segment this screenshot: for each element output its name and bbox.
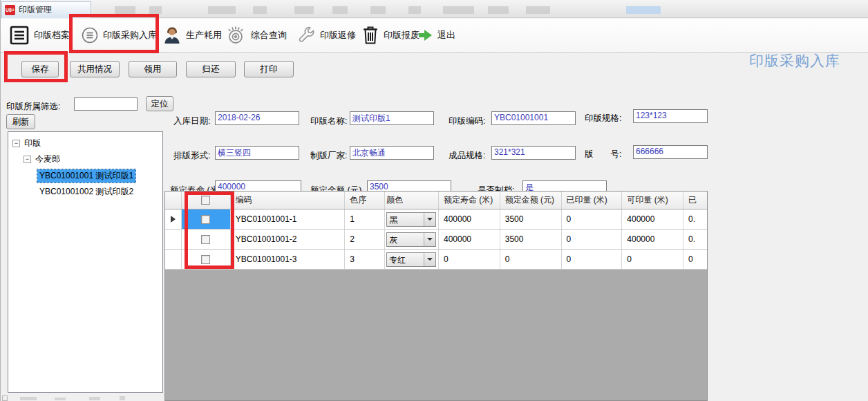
titlebar: U8+ 印版管理 (1, 0, 868, 18)
cell-cutoff: 0. (683, 209, 707, 229)
background-window-artifact (253, 6, 267, 14)
row-checkbox[interactable] (201, 255, 210, 264)
cell-rated-amount: 3500 (500, 230, 562, 249)
plate-number-label: 版 号: (585, 149, 621, 160)
borrow-button[interactable]: 领用 (129, 61, 177, 77)
cell-color-seq: 1 (345, 209, 385, 229)
cell-printable: 0 (622, 250, 683, 269)
toolbar-plate-repair-button[interactable]: 印版返修 (294, 21, 359, 50)
cell-cutoff: 0 (683, 250, 707, 269)
color-dropdown-value: 灰 (387, 233, 424, 246)
grid-header-printed: 已印量 (米) (562, 192, 623, 209)
toolbar-button-label: 印版采购入库 (103, 29, 157, 41)
row-checkbox-cell[interactable] (182, 230, 231, 249)
background-window-artifact (443, 6, 474, 14)
tree-node-group[interactable]: − 今麦郎 (23, 153, 60, 165)
tree-node-plate-2[interactable]: YBC01001002 测试印版2 (37, 185, 135, 198)
chevron-down-icon[interactable] (424, 233, 435, 246)
statusbar-artifact (2, 395, 8, 401)
grid-header-rated-life: 额定寿命 (米) (439, 192, 500, 209)
statusbar-artifact (55, 398, 66, 400)
trash-icon (361, 26, 379, 45)
color-dropdown[interactable]: 灰 (386, 232, 436, 247)
plate-spec-field[interactable]: 123*123 (633, 109, 708, 123)
tree-node-plate-1[interactable]: YBC01001001 测试印版1 (37, 169, 135, 183)
row-selector-cell[interactable] (165, 230, 182, 249)
toolbar-plate-archive-button[interactable]: 印版档案 (6, 21, 73, 50)
cursor-artifact (120, 396, 125, 400)
cell-printable: 400000 (622, 230, 683, 249)
plate-code-field[interactable]: YBC01001001 (491, 111, 576, 125)
toolbar-button-label: 综合查询 (251, 29, 287, 41)
cell-color: 专红 (385, 250, 439, 269)
color-dropdown[interactable]: 专红 (386, 252, 436, 267)
grid-row-2[interactable]: YBC01001001-2 2 灰 400000 3500 0 400000 0… (165, 230, 707, 250)
row-checkbox-cell[interactable] (182, 209, 231, 229)
inbound-date-label: 入库日期: (173, 115, 210, 127)
toolbar-button-label: 生产耗用 (186, 29, 222, 41)
cell-color: 灰 (385, 230, 439, 249)
plate-detail-grid: 编码 色序 颜色 额定寿命 (米) 额定金额 (元) 已印量 (米) 可印量 (… (164, 191, 708, 401)
plate-filter-input[interactable] (74, 97, 138, 111)
row-checkbox[interactable] (201, 235, 210, 244)
grid-header-color: 颜色 (385, 192, 439, 209)
chevron-down-icon[interactable] (424, 253, 435, 266)
cell-code: YBC01001001-1 (231, 209, 346, 229)
save-button[interactable]: 保存 (21, 61, 59, 77)
print-button[interactable]: 打印 (244, 61, 294, 77)
product-spec-field[interactable]: 321*321 (491, 146, 576, 160)
grid-empty-area (165, 270, 707, 400)
main-toolbar: 印版档案 印版采购入库 生产耗用 综合查询 印版返修 (1, 19, 868, 53)
toolbar-plate-scrap-button[interactable]: 印版报废 (359, 21, 422, 50)
refresh-button[interactable]: 刷新 (6, 114, 35, 129)
tree-node-root[interactable]: − 印版 (12, 138, 41, 149)
app-logo-icon: U8+ (5, 5, 15, 15)
row-selector-cell[interactable] (165, 209, 182, 229)
plate-number-field[interactable]: 666666 (633, 145, 708, 159)
menu-square-icon (9, 25, 30, 46)
tree-node-label-selected: YBC01001001 测试印版1 (37, 169, 135, 183)
locate-button[interactable]: 定位 (146, 96, 173, 111)
grid-row-3[interactable]: YBC01001001-3 3 专红 0 0 0 0 0 (165, 250, 707, 270)
cell-rated-amount: 3500 (500, 209, 562, 229)
row-checkbox-cell[interactable] (182, 250, 231, 269)
return-button[interactable]: 归还 (186, 61, 236, 77)
grid-header-code: 编码 (231, 192, 346, 209)
layout-form-field[interactable]: 横三竖四 (215, 146, 299, 160)
background-window-artifact (208, 6, 236, 14)
cell-color: 黑 (385, 209, 439, 229)
grid-header-rated-amount: 额定金额 (元) (500, 192, 562, 209)
tree-node-label: 今麦郎 (35, 153, 60, 165)
grid-row-1[interactable]: YBC01001001-1 1 黑 400000 3500 0 400000 0… (165, 209, 707, 230)
cell-color-seq: 3 (345, 250, 385, 269)
plate-name-field[interactable]: 测试印版1 (350, 111, 434, 125)
cell-rated-life: 400000 (439, 209, 500, 229)
background-window-artifact (294, 6, 314, 14)
shared-status-button[interactable]: 共用情况 (70, 61, 120, 77)
cell-rated-amount: 0 (500, 250, 562, 269)
chevron-down-icon[interactable] (424, 213, 435, 226)
collapse-icon[interactable]: − (23, 156, 31, 163)
inbound-date-field[interactable]: 2018-02-26 (215, 111, 299, 125)
toolbar-button-label: 印版返修 (320, 29, 356, 41)
toolbar-button-label: 印版报废 (384, 29, 419, 41)
current-row-arrow-icon (171, 216, 176, 223)
toolbar-comprehensive-query-button[interactable]: 综合查询 (222, 21, 290, 50)
row-checkbox[interactable] (201, 215, 210, 224)
toolbar-production-consume-button[interactable]: 生产耗用 (160, 21, 225, 50)
toolbar-purchase-inbound-button[interactable]: 印版采购入库 (78, 21, 160, 50)
select-all-checkbox[interactable] (201, 196, 210, 205)
eye-icon (225, 24, 247, 46)
row-selector-cell[interactable] (165, 250, 182, 269)
plate-tree-panel: − 印版 − 今麦郎 YBC01001001 测试印版1 YBC01001002… (8, 131, 163, 393)
wrench-icon (296, 26, 316, 45)
color-dropdown[interactable]: 黑 (386, 212, 436, 227)
cell-rated-life: 0 (439, 250, 500, 269)
window-tab[interactable]: U8+ 印版管理 (1, 1, 91, 18)
cell-printable: 400000 (622, 209, 683, 229)
toolbar-exit-button[interactable]: 退出 (415, 21, 458, 50)
product-spec-label: 成品规格: (449, 150, 485, 162)
plate-maker-field[interactable]: 北京畅通 (350, 146, 434, 160)
collapse-icon[interactable]: − (12, 140, 20, 147)
menu-circle-icon (81, 26, 99, 44)
